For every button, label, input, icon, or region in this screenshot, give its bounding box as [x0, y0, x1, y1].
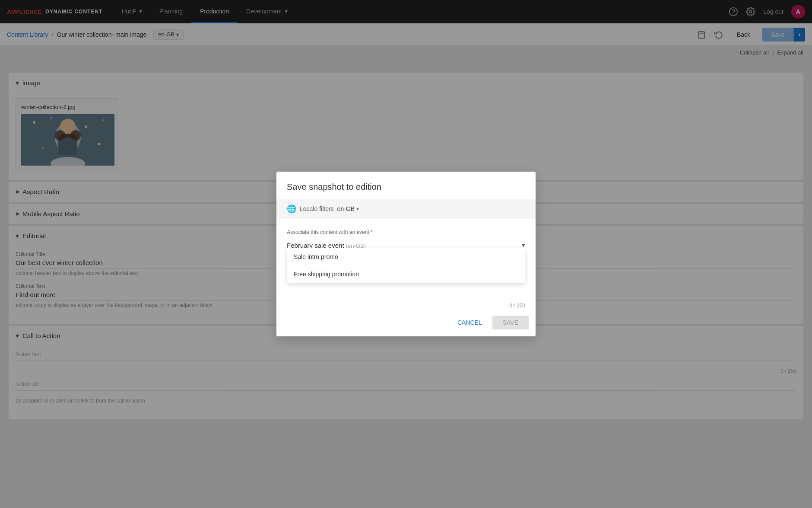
globe-icon: 🌐 — [287, 204, 296, 214]
comments-counter: 0 / 250 — [276, 301, 536, 312]
save-snapshot-dialog: Save snapshot to edition 🌐 Locale filter… — [276, 172, 536, 336]
dialog-save-button[interactable]: Save — [492, 316, 529, 329]
dialog-actions: Cancel Save — [276, 312, 536, 336]
event-selected-value: February sale event (en-GB) — [287, 242, 366, 249]
locale-badge[interactable]: en-GB ▾ — [337, 205, 359, 212]
dropdown-item-free-shipping[interactable]: Free shipping promotion — [287, 265, 525, 283]
dialog-locale-bar: 🌐 Locale filters en-GB ▾ — [276, 199, 536, 219]
dropdown-item-sale-intro[interactable]: Sale intro promo — [287, 248, 525, 265]
dialog-body: Associate this content with an event * F… — [276, 219, 536, 256]
event-field-label: Associate this content with an event * — [287, 229, 525, 235]
event-dropdown-list: Sale intro promo Free shipping promotion — [287, 248, 525, 283]
chevron-down-icon: ▾ — [356, 206, 359, 212]
modal-overlay[interactable]: Save snapshot to edition 🌐 Locale filter… — [0, 0, 812, 508]
locale-badge-value: en-GB — [337, 205, 355, 212]
cancel-button[interactable]: Cancel — [450, 316, 489, 329]
dialog-title: Save snapshot to edition — [276, 172, 536, 199]
locale-filter-label: Locale filters — [300, 205, 334, 212]
